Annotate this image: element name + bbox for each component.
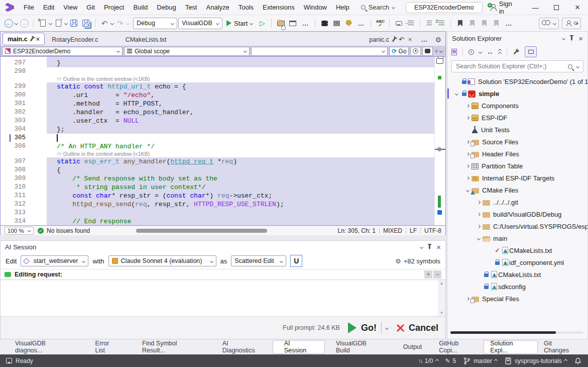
pin-icon[interactable] [392, 37, 396, 41]
tree-item-cmakelists-txt[interactable]: ✓CMakeLists.txt [447, 244, 587, 256]
sort-usings-button[interactable] [405, 17, 416, 29]
preview-selected-items-button[interactable] [525, 46, 537, 57]
tab-main-c[interactable]: main.c× [3, 33, 45, 45]
tree-chevron-slot[interactable] [475, 201, 483, 204]
spellcheck-button[interactable]: ABC✓ [375, 17, 386, 29]
issues-indicator[interactable]: ✓ No issues found [38, 227, 90, 234]
navigate-back-chevron-icon[interactable] [15, 21, 18, 25]
tree-chevron-slot[interactable] [463, 189, 472, 192]
code-line-306[interactable]: 306/* An HTTP_ANY handler */ [1, 142, 434, 151]
indent-lines-button[interactable] [424, 17, 435, 29]
tree-chevron-slot[interactable] [475, 213, 483, 216]
code-line-301[interactable]: 301 .method = HTTP_POST, [1, 100, 434, 108]
notifications-bell-icon[interactable] [574, 357, 582, 365]
request-scrollbar[interactable]: ▲▼ [438, 280, 445, 316]
code-line-314[interactable]: 314 // End response [1, 217, 434, 225]
code-line-302[interactable]: 302 .handler = echo_post_handler, [1, 108, 434, 117]
menu-analyze[interactable]: Analyze [201, 0, 233, 15]
save-button[interactable] [68, 17, 79, 29]
go-dropdown[interactable] [381, 322, 388, 334]
bottom-tab-output[interactable]: Output [392, 339, 433, 354]
document-outline-button[interactable] [436, 58, 443, 64]
model-dropdown[interactable]: Claude Sonnet 4 (evaluation) [108, 255, 216, 266]
undo-button[interactable]: ↶ [99, 17, 110, 29]
navigate-window-button[interactable] [287, 17, 298, 29]
maximize-button[interactable] [546, 0, 567, 15]
go-button-ai[interactable]: Go! [348, 322, 388, 334]
explorer-horizontal-scrollbar[interactable] [450, 331, 583, 334]
bottom-tab-error-list[interactable]: Error List [84, 339, 131, 354]
code-line-299[interactable]: 299static const httpd_uri_t echo = { [1, 82, 434, 91]
new-project-button[interactable] [37, 17, 48, 29]
program-flash-button[interactable] [331, 17, 342, 29]
save-all-button[interactable] [80, 17, 91, 29]
minimize-button[interactable]: — [525, 0, 546, 15]
bottom-tab-git-changes[interactable]: Git Changes [538, 339, 584, 354]
profiler-button[interactable] [410, 47, 421, 56]
bottom-tab-ai-diagnostics[interactable]: AI Diagnostics [211, 339, 273, 354]
bottom-tab-visualgdb-build[interactable]: VisualGDB Build [325, 339, 392, 354]
code-editor[interactable]: 297}298▽▽Outline in the context window (… [1, 57, 445, 225]
tree-item-partition-table[interactable]: Partition Table [447, 160, 587, 172]
navigate-back-button[interactable]: ← [3, 17, 14, 29]
menu-edit[interactable]: Edit [39, 0, 59, 15]
sync-with-active-document-icon[interactable]: ↔ [487, 48, 494, 56]
toggle-bookmark-button[interactable] [454, 17, 465, 29]
tree-item-components[interactable]: Components [447, 100, 587, 112]
editor-scrollbar-rail[interactable] [434, 57, 445, 225]
function-dropdown[interactable]: start_webserver [21, 255, 88, 266]
title-search[interactable]: Search [361, 4, 395, 11]
split-add-button[interactable]: + [434, 47, 438, 55]
code-line-298[interactable]: 298 [1, 67, 434, 76]
eol-label[interactable]: LF [410, 227, 417, 234]
promote-tab-icon[interactable]: ↶ [399, 36, 404, 43]
code-line-309[interactable]: 309 /* Send response with body set as th… [1, 174, 434, 183]
menu-project[interactable]: Project [99, 0, 129, 15]
tab-panic[interactable]: panic.c ↶ × [367, 33, 414, 46]
find-in-files-button[interactable] [275, 17, 286, 29]
format-document-button[interactable] [436, 17, 447, 29]
tree-item-build-visualgdb-debug[interactable]: build/VisualGDB/Debug [447, 208, 587, 220]
code-line-297[interactable]: 297} [1, 59, 434, 67]
embedded-chip-button[interactable] [319, 17, 330, 29]
codelens-indicator[interactable]: ▽▽Outline in the context window (<1KB) [1, 151, 434, 157]
tree-item-cmake-files[interactable]: CMake Files [447, 184, 587, 196]
repository-status[interactable]: sysprogs-tutorials [504, 357, 567, 365]
close-tab-icon[interactable]: × [408, 36, 412, 43]
code-line-310[interactable]: 310 * string passed in user context*/ [1, 183, 434, 192]
tab-rotaryencoder-c[interactable]: RotaryEncoder.c [45, 33, 118, 46]
code-line-303[interactable]: 303 .user_ctx = NULL [1, 117, 434, 125]
sync-status[interactable]: ↑↓ 1/0 [418, 357, 438, 364]
open-file-chevron-icon[interactable] [64, 21, 68, 25]
undo-chevron-icon[interactable] [110, 21, 114, 25]
close-tab-icon[interactable]: × [36, 36, 40, 42]
bottom-tab-visualgdb-diagnos-[interactable]: VisualGDB diagnos... [4, 339, 84, 354]
live-share-button[interactable] [539, 18, 559, 29]
menu-help[interactable]: Help [331, 0, 354, 15]
menu-view[interactable]: View [59, 0, 82, 15]
code-line-311[interactable]: 311 const char* resp_str = (const char*)… [1, 192, 434, 200]
menu-window[interactable]: Window [299, 0, 331, 15]
solution-explorer-search[interactable]: Search Solution Explorer (Ctrl+;) [451, 60, 583, 72]
solution-name-box[interactable]: ESP32EncoderDemo [406, 2, 483, 13]
start-debug-button[interactable]: Start [223, 17, 256, 29]
code-line-300[interactable]: 300 .uri = "/echo", [1, 91, 434, 100]
menu-debug[interactable]: Debug [152, 0, 180, 15]
sign-in-button[interactable]: + Sign in [483, 0, 525, 15]
switch-views-icon[interactable] [451, 49, 457, 55]
line-ending-mode[interactable]: MIXED [383, 227, 402, 234]
horizontal-scrollbar-thumb[interactable] [136, 229, 267, 233]
tree-item-solution-esp32encoderdemo-1-of-1-project-[interactable]: Solution 'ESP32EncoderDemo' (1 of 1 proj… [447, 75, 587, 87]
toolbar-overflow-1[interactable]: … [299, 20, 311, 27]
editing-request-input[interactable]: ▲▼ [1, 280, 445, 317]
codemap-button[interactable] [422, 47, 433, 56]
tree-item-simple[interactable]: simple [447, 87, 587, 100]
code-line-307[interactable]: 307static esp_err_t any_handler(httpd_re… [1, 157, 434, 166]
code-line-312[interactable]: 312 httpd_resp_send(req, resp_str, HTTPD… [1, 200, 434, 209]
close-button[interactable]: × [567, 0, 588, 15]
tree-chevron-slot[interactable] [475, 225, 483, 228]
code-line-308[interactable]: 308{ [1, 166, 434, 174]
redo-button[interactable]: ↷ [114, 17, 126, 29]
code-line-313[interactable]: 313 [1, 209, 434, 217]
toolbar-overflow-3[interactable]: … [503, 20, 515, 27]
